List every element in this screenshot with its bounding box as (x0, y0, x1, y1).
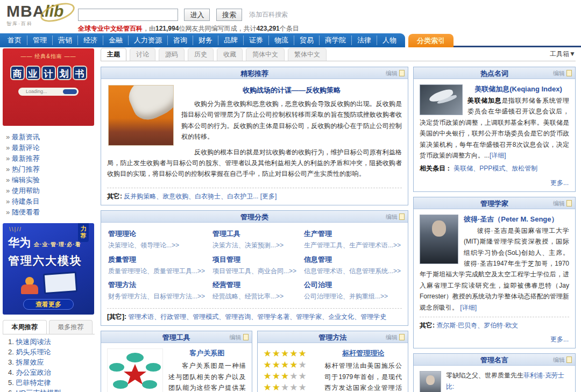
ranking-item[interactable]: 巴菲特定律 (8, 379, 95, 387)
ranking-item[interactable]: HR三支柱模型 (8, 389, 95, 392)
more-link[interactable]: 更多... (414, 177, 575, 191)
ranking-item[interactable]: 奶头乐理论 (8, 348, 95, 356)
category-name[interactable]: 管理理论 (108, 228, 205, 240)
recommend-ribbon: 力荐 (78, 223, 89, 242)
huawei-course-ad-banner[interactable]: \\|// 力荐 华为企·业·管·理·必·看 管理六大模块 查看更多 (3, 223, 94, 315)
nav-item-logistics[interactable]: 物流 (269, 35, 294, 45)
search-input[interactable] (78, 9, 178, 21)
business-plan-ad-banner[interactable]: —— 经典&指南 —— 商业计划书 Loading... (3, 48, 94, 126)
nav-item-securities[interactable]: 证券 (244, 35, 269, 45)
tab-most-recommend[interactable]: 最多推荐 (49, 320, 93, 334)
nav-item-accounting[interactable]: 财务 (193, 35, 218, 45)
category-links[interactable]: 公司治理理论、并购重组...>> (304, 291, 401, 302)
ranking-item[interactable]: 快速阅读法 (8, 338, 95, 346)
edit-link[interactable]: 编辑 (553, 67, 572, 79)
nav-item-finance[interactable]: 金融 (103, 35, 129, 45)
benchmark-stars-thumbnail[interactable] (264, 348, 320, 392)
edit-link[interactable]: 编辑 (386, 67, 405, 79)
tab-source[interactable]: 源码 (159, 48, 185, 61)
enter-button[interactable]: 进入 (184, 9, 210, 21)
category-name[interactable]: 管理工具 (212, 228, 296, 240)
edit-link[interactable]: 编辑 (386, 331, 405, 343)
nav-item-consulting[interactable]: 咨询 (168, 35, 193, 45)
quote-author-portrait[interactable] (420, 371, 441, 392)
box-header: 精彩推荐 编辑 (101, 67, 408, 79)
article-thumbnail[interactable] (108, 85, 174, 146)
edit-link[interactable]: 编辑 (386, 211, 405, 223)
toolbox-dropdown[interactable]: 工具箱▼ (550, 49, 576, 61)
other-category-links[interactable]: 管理术语、行政管理、管理模式、管理咨询、管理学名著、管理学家、企业文化、管理学史 (128, 313, 386, 320)
tab-traditional-chinese[interactable]: 繁体中文 (288, 48, 327, 61)
related-entry-links[interactable]: 美联储、PPP模式、放松管制 (454, 165, 537, 172)
detail-link[interactable]: [详细] (490, 152, 506, 159)
category-name[interactable]: 生产管理 (304, 228, 401, 240)
category-links[interactable]: 决策理论、领导理论...>> (108, 240, 205, 251)
detail-link[interactable]: [详细] (460, 304, 477, 311)
search-hint-link[interactable]: 添加百科搜索 (249, 11, 288, 18)
sidebar-item-help[interactable]: 使用帮助 (6, 187, 94, 195)
category-links[interactable]: 决策方法、决策预测...>> (212, 240, 296, 251)
tab-discussion[interactable]: 讨论 (130, 48, 155, 61)
search-bar: 进入 搜索 添加百科搜索 (78, 9, 288, 21)
tab-subject[interactable]: 主题 (101, 48, 126, 61)
hotword-thumbnail[interactable] (420, 84, 463, 115)
nav-item-trade[interactable]: 贸易 (294, 35, 320, 45)
sidebar-item-latest-comments[interactable]: 最新评论 (6, 144, 94, 152)
category-name[interactable]: 公司治理 (304, 279, 401, 291)
category-name[interactable]: 经营管理 (212, 279, 296, 291)
ranking-item[interactable]: 拆屋效应 (8, 359, 95, 366)
tagline-tail: 个条目 (280, 25, 299, 32)
edit-page-icon (399, 334, 405, 340)
nav-item-home[interactable]: 首页 (2, 35, 27, 45)
sidebar-item-hot-recommend[interactable]: 热门推荐 (6, 165, 94, 174)
edit-link[interactable]: 编辑 (553, 354, 572, 366)
nav-item-law[interactable]: 法律 (352, 35, 377, 45)
edit-page-icon (399, 213, 405, 220)
sidebar-item-wanted-entries[interactable]: 待建条目 (6, 197, 94, 206)
category-links[interactable]: 财务管理方法、目标管理方法...>> (108, 291, 205, 302)
site-tagline: 全球专业中文经管百科，由121,994位网友共同编写而成，共计423,291个条… (78, 24, 299, 33)
nav-item-bschool[interactable]: 商学院 (320, 35, 352, 45)
category-name[interactable]: 质量管理 (108, 254, 205, 266)
category-name[interactable]: 项目管理 (212, 254, 296, 266)
more-link[interactable]: [更多] (260, 193, 277, 200)
category-links[interactable]: 质量管理理论、质量管理工具...>> (108, 266, 205, 276)
nav-tab-category-index[interactable]: 分类索引 (408, 34, 454, 47)
other-entry-links[interactable]: 查尔斯·巴贝奇、罗伯特·欧文 (436, 322, 518, 329)
guru-portrait[interactable] (420, 215, 458, 264)
category-name[interactable]: 信息管理 (304, 254, 401, 266)
category-links[interactable]: 项目管理工具、商业合同...>> (212, 266, 296, 276)
tab-weekly-recommend[interactable]: 本周推荐 (3, 320, 47, 334)
tab-favorite[interactable]: 收藏 (217, 48, 243, 61)
nav-item-economy[interactable]: 经济 (78, 35, 103, 45)
box-title: 管理名言 (480, 356, 508, 364)
box-title: 管理分类 (240, 213, 268, 221)
edit-page-icon (399, 70, 405, 76)
sidebar-item-random-page[interactable]: 随便看看 (6, 208, 94, 217)
quotes-content: 零缺陷之父、世界质量先生菲利浦·克劳士比: “将良品率预定为85%，那么便表示容… (414, 366, 575, 392)
category-links[interactable]: 经营战略、经营比率...>> (212, 291, 296, 302)
sidebar-item-latest-recommend[interactable]: 最新推荐 (6, 154, 94, 163)
site-logo[interactable]: MBAlib 智库·百科 (6, 3, 63, 26)
tab-simplified-chinese[interactable]: 简体中文 (246, 48, 285, 61)
category-links[interactable]: 信息管理术语、信息管理系统...>> (304, 266, 401, 276)
nav-item-people[interactable]: 人物 (377, 35, 402, 45)
nav-item-brand[interactable]: 品牌 (218, 35, 244, 45)
search-button[interactable]: 搜索 (216, 9, 242, 21)
sidebar-item-edit-sandbox[interactable]: 编辑实验 (6, 176, 94, 184)
category-links[interactable]: 生产管理工具、生产管理术语...>> (304, 240, 401, 251)
nav-item-hr[interactable]: 人力资源 (129, 35, 168, 45)
nav-item-management[interactable]: 管理 (27, 35, 53, 45)
ranking-item[interactable]: 办公室政治 (8, 369, 95, 376)
see-more-button[interactable]: 查看更多 (23, 299, 74, 310)
ad-char: 划 (57, 66, 72, 80)
category-name[interactable]: 管理方法 (108, 279, 205, 291)
customer-map-thumbnail[interactable]: customer map (107, 348, 163, 392)
edit-link[interactable]: 编辑 (230, 331, 249, 343)
other-entry-links[interactable]: 反并购策略、敌意收购、白衣骑士、白衣护卫... (124, 193, 258, 200)
more-link[interactable]: 更多... (414, 334, 575, 348)
edit-link[interactable]: 编辑 (553, 197, 572, 209)
nav-item-marketing[interactable]: 营销 (53, 35, 78, 45)
tab-history[interactable]: 历史 (188, 48, 214, 61)
sidebar-item-latest-news[interactable]: 最新资讯 (6, 133, 94, 141)
